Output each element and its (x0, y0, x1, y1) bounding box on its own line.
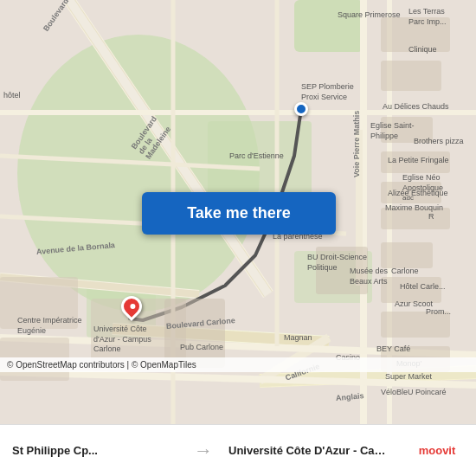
svg-rect-13 (381, 277, 441, 303)
svg-rect-12 (381, 242, 433, 268)
route-to: Université Côte D'Azur - Campus C... (216, 437, 407, 464)
svg-rect-10 (381, 182, 441, 203)
moovit-logo: moovit (407, 444, 476, 457)
svg-rect-14 (381, 312, 450, 338)
svg-rect-6 (381, 17, 450, 52)
attribution: © OpenStreetMap contributors | © OpenMap… (0, 357, 476, 372)
map-container: Square Primerose Les TerrasParc Imp... C… (0, 0, 476, 424)
origin-marker (294, 102, 308, 116)
route-from: St Philippe Cp... (0, 437, 190, 464)
svg-rect-9 (381, 151, 450, 173)
svg-rect-8 (381, 117, 433, 143)
take-me-there-button[interactable]: Take me there (142, 192, 336, 235)
svg-rect-20 (316, 247, 368, 294)
attribution-text: © OpenStreetMap contributors | © OpenMap… (7, 360, 196, 370)
svg-rect-2 (294, 0, 363, 52)
app: Square Primerose Les TerrasParc Imp... C… (0, 0, 476, 476)
route-to-name: Université Côte D'Azur - Campus C... (228, 444, 395, 457)
bottom-bar: St Philippe Cp... → Université Côte D'Az… (0, 424, 476, 476)
route-from-name: St Philippe Cp... (12, 444, 178, 457)
svg-rect-11 (381, 208, 450, 229)
svg-rect-16 (0, 277, 78, 329)
moovit-text: moovit (419, 444, 456, 457)
destination-marker (121, 296, 142, 322)
route-arrow: → (190, 440, 216, 462)
svg-rect-7 (381, 61, 441, 91)
